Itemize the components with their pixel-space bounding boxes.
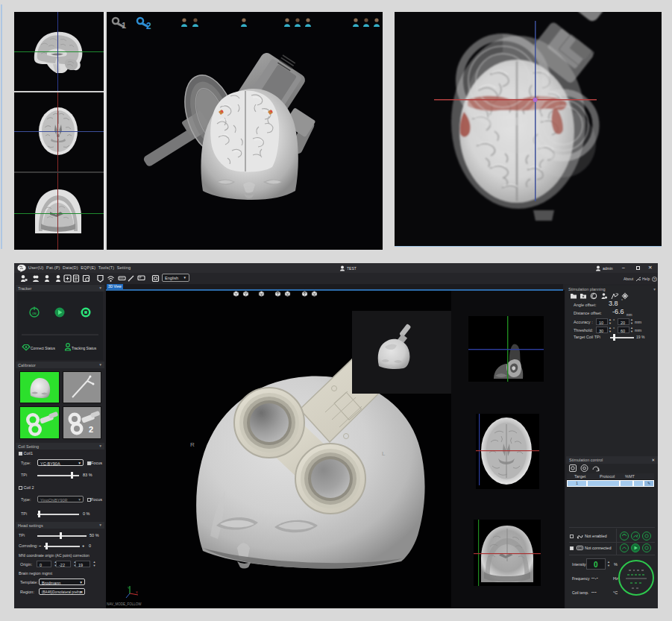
svg-text:2: 2 bbox=[89, 425, 93, 434]
svg-text:2: 2 bbox=[146, 21, 151, 31]
svg-text:?: ? bbox=[653, 278, 656, 282]
svg-text:ON: ON bbox=[32, 312, 37, 315]
svg-text:X: X bbox=[136, 590, 138, 594]
svg-text:Y: Y bbox=[128, 586, 130, 590]
svg-text:1: 1 bbox=[122, 21, 126, 30]
